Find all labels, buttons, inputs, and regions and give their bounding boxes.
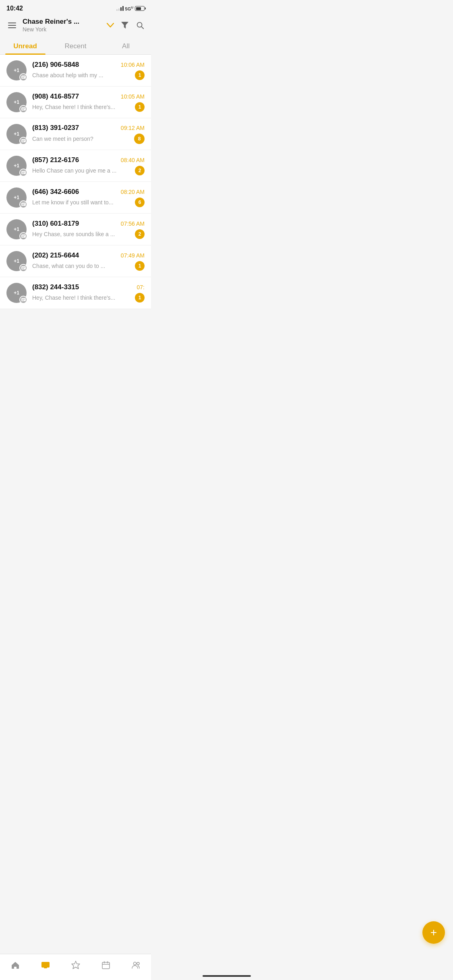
avatar: +1 bbox=[6, 219, 27, 239]
svg-rect-6 bbox=[21, 107, 26, 110]
header-icons bbox=[107, 21, 145, 30]
message-time: 07:49 AM bbox=[121, 252, 145, 259]
tab-all[interactable]: All bbox=[101, 37, 151, 54]
unread-count: 1 bbox=[139, 263, 141, 269]
account-name: Chase Reiner's ... bbox=[23, 18, 107, 26]
avatar: +1 bbox=[6, 60, 27, 80]
header: Chase Reiner's ... New York bbox=[0, 14, 151, 37]
chat-bubble-icon bbox=[19, 296, 27, 304]
svg-rect-20 bbox=[22, 236, 24, 237]
avatar: +1 bbox=[6, 124, 27, 144]
svg-rect-15 bbox=[21, 202, 26, 206]
svg-rect-12 bbox=[21, 171, 26, 174]
status-icons: 5GU bbox=[116, 6, 145, 11]
message-time: 09:12 AM bbox=[121, 125, 145, 131]
unread-badge: 6 bbox=[135, 198, 145, 207]
message-item[interactable]: +1 (202) 215-6644 07:49 AM Chase, what c… bbox=[0, 245, 151, 277]
dropdown-icon[interactable] bbox=[107, 23, 114, 28]
avatar: +1 bbox=[6, 92, 27, 112]
status-time: 10:42 bbox=[6, 5, 23, 12]
unread-count: 1 bbox=[139, 295, 141, 301]
chat-bubble-icon bbox=[19, 169, 27, 177]
message-time: 08:20 AM bbox=[121, 189, 145, 195]
chat-bubble-icon bbox=[19, 73, 27, 81]
message-time: 07:56 AM bbox=[121, 220, 145, 227]
unread-badge: 2 bbox=[135, 166, 145, 175]
message-item[interactable]: +1 (310) 601-8179 07:56 AM Hey Chase, su… bbox=[0, 214, 151, 245]
battery-icon bbox=[135, 6, 145, 11]
message-item[interactable]: +1 (216) 906-5848 10:06 AM Chase about h… bbox=[0, 55, 151, 86]
network-label: 5GU bbox=[125, 6, 133, 11]
svg-rect-7 bbox=[22, 108, 25, 109]
message-phone: (857) 212-6176 bbox=[32, 156, 79, 164]
message-preview: Can we meet in person? bbox=[32, 136, 131, 142]
message-phone: (646) 342-6606 bbox=[32, 188, 79, 196]
message-item[interactable]: +1 (908) 416-8577 10:05 AM Hey, Chase he… bbox=[0, 86, 151, 118]
svg-rect-25 bbox=[22, 299, 25, 299]
menu-icon[interactable] bbox=[6, 21, 18, 30]
svg-marker-0 bbox=[122, 22, 128, 28]
svg-rect-17 bbox=[22, 204, 24, 205]
unread-count: 6 bbox=[139, 200, 141, 205]
unread-count: 2 bbox=[139, 168, 141, 173]
avatar: +1 bbox=[6, 251, 27, 271]
message-content: (310) 601-8179 07:56 AM Hey Chase, sure … bbox=[32, 220, 145, 239]
message-preview: Chase about help with my ... bbox=[32, 72, 132, 78]
unread-badge: 1 bbox=[135, 70, 145, 80]
message-phone: (813) 391-0237 bbox=[32, 124, 79, 132]
chat-bubble-icon bbox=[19, 264, 27, 272]
svg-rect-3 bbox=[21, 75, 26, 78]
unread-count: 2 bbox=[139, 231, 141, 237]
avatar: +1 bbox=[6, 156, 27, 176]
message-time: 08:40 AM bbox=[121, 157, 145, 163]
tab-recent[interactable]: Recent bbox=[50, 37, 101, 54]
chat-bubble-icon bbox=[19, 137, 27, 145]
message-preview: Hey, Chase here! I think there's... bbox=[32, 294, 132, 301]
message-item[interactable]: +1 (857) 212-6176 08:40 AM Hello Chase c… bbox=[0, 150, 151, 182]
messages-list: +1 (216) 906-5848 10:06 AM Chase about h… bbox=[0, 55, 151, 309]
message-preview: Hello Chase can you give me a ... bbox=[32, 167, 132, 174]
message-content: (857) 212-6176 08:40 AM Hello Chase can … bbox=[32, 156, 145, 175]
filter-icon[interactable] bbox=[120, 21, 129, 30]
svg-rect-21 bbox=[21, 266, 26, 269]
unread-badge: 1 bbox=[135, 102, 145, 112]
svg-rect-18 bbox=[21, 234, 26, 237]
tab-unread[interactable]: Unread bbox=[0, 37, 50, 54]
message-item[interactable]: +1 (832) 244-3315 07: Hey, Chase here! I… bbox=[0, 277, 151, 309]
svg-rect-23 bbox=[22, 268, 24, 268]
message-preview: Hey Chase, sure sounds like a ... bbox=[32, 231, 132, 237]
message-time: 07: bbox=[137, 284, 145, 290]
header-title: Chase Reiner's ... New York bbox=[23, 18, 107, 33]
message-preview: Let me know if you still want to... bbox=[32, 199, 132, 206]
svg-rect-5 bbox=[22, 77, 24, 78]
svg-line-2 bbox=[141, 27, 143, 29]
avatar: +1 bbox=[6, 187, 27, 208]
unread-badge: 1 bbox=[135, 293, 145, 303]
message-content: (832) 244-3315 07: Hey, Chase here! I th… bbox=[32, 283, 145, 303]
tabs: Unread Recent All bbox=[0, 37, 151, 55]
message-phone: (908) 416-8577 bbox=[32, 93, 79, 101]
chat-bubble-icon bbox=[19, 200, 27, 208]
message-time: 10:06 AM bbox=[121, 62, 145, 68]
search-icon[interactable] bbox=[136, 21, 145, 30]
svg-rect-4 bbox=[22, 76, 25, 77]
message-preview: Chase, what can you do to ... bbox=[32, 263, 132, 269]
unread-count: 8 bbox=[138, 136, 141, 142]
svg-rect-26 bbox=[22, 300, 24, 300]
svg-rect-10 bbox=[22, 140, 25, 140]
message-phone: (216) 906-5848 bbox=[32, 61, 79, 69]
svg-rect-19 bbox=[22, 235, 25, 236]
message-content: (646) 342-6606 08:20 AM Let me know if y… bbox=[32, 188, 145, 207]
svg-rect-16 bbox=[22, 204, 25, 204]
message-phone: (310) 601-8179 bbox=[32, 220, 79, 228]
unread-count: 1 bbox=[139, 72, 141, 78]
message-phone: (832) 244-3315 bbox=[32, 283, 79, 291]
message-content: (202) 215-6644 07:49 AM Chase, what can … bbox=[32, 251, 145, 271]
chat-bubble-icon bbox=[19, 105, 27, 113]
message-item[interactable]: +1 (646) 342-6606 08:20 AM Let me know i… bbox=[0, 182, 151, 214]
avatar: +1 bbox=[6, 283, 27, 303]
svg-rect-11 bbox=[22, 141, 24, 141]
svg-rect-22 bbox=[22, 267, 25, 268]
message-item[interactable]: +1 (813) 391-0237 09:12 AM Can we meet i… bbox=[0, 118, 151, 150]
unread-badge: 8 bbox=[134, 134, 145, 144]
